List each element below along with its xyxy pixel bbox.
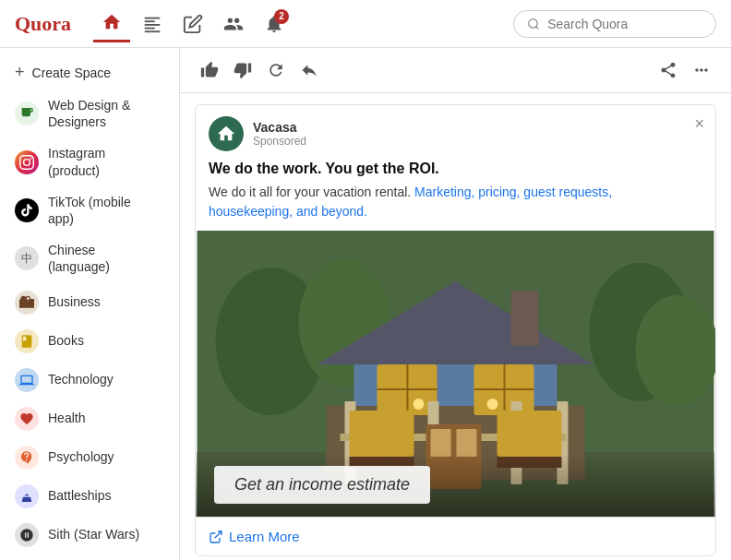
- top-nav: Quora 2: [0, 0, 731, 48]
- edit-icon: [183, 14, 203, 34]
- sith-icon: [15, 523, 39, 547]
- svg-rect-2: [145, 24, 161, 26]
- create-space-label: Create Space: [32, 66, 112, 80]
- nav-spaces-button[interactable]: [215, 6, 252, 42]
- toolbar-right-actions: [653, 55, 716, 85]
- reply-button[interactable]: [294, 55, 324, 85]
- content-area: Vacasa Sponsored × We do the work. You g…: [180, 48, 731, 560]
- thumbs-down-icon: [234, 61, 252, 79]
- sponsored-label: Sponsored: [253, 135, 306, 148]
- external-link-icon: [209, 530, 223, 544]
- ad-description: We do it all for your vacation rental. M…: [196, 183, 715, 231]
- chinese-label: Chinese(language): [48, 242, 110, 275]
- learn-more-label: Learn More: [229, 529, 300, 544]
- svg-rect-37: [511, 291, 539, 346]
- technology-label: Technology: [48, 371, 114, 387]
- nav-following-button[interactable]: [134, 6, 171, 42]
- plus-icon: +: [15, 63, 25, 82]
- main-layout: + Create Space Web Design &Designers Ins…: [0, 48, 731, 560]
- svg-rect-32: [497, 411, 562, 457]
- web-design-label: Web Design &Designers: [48, 97, 130, 130]
- thumbs-up-icon: [200, 61, 219, 79]
- ad-cta-text: Get an income estimate: [214, 466, 430, 504]
- business-label: Business: [48, 293, 101, 310]
- action-toolbar: [180, 48, 731, 93]
- sidebar-item-technology[interactable]: Technology: [0, 361, 179, 399]
- house-avatar-icon: [216, 124, 236, 144]
- books-label: Books: [48, 332, 84, 349]
- refresh-icon: [267, 61, 285, 79]
- svg-rect-31: [350, 411, 414, 457]
- sidebar-item-chinese[interactable]: 中 Chinese(language): [0, 234, 179, 282]
- notification-badge: 2: [274, 9, 289, 24]
- ad-headline: We do the work. You get the ROI.: [196, 159, 715, 183]
- health-icon: [15, 407, 39, 431]
- svg-point-35: [413, 399, 425, 410]
- more-button[interactable]: [687, 55, 716, 85]
- tiktok-icon: [15, 198, 39, 222]
- chinese-icon: 中: [15, 246, 39, 270]
- reply-icon: [300, 61, 318, 79]
- svg-point-11: [636, 295, 716, 406]
- svg-rect-1: [145, 20, 155, 22]
- nav-notifications-button[interactable]: 2: [256, 6, 293, 42]
- tiktok-label: TikTok (mobileapp): [48, 194, 131, 227]
- search-box: [513, 10, 716, 38]
- health-label: Health: [48, 410, 85, 426]
- thumbs-down-button[interactable]: [228, 55, 258, 85]
- nav-icons: 2: [93, 6, 293, 42]
- svg-point-36: [487, 399, 498, 410]
- refresh-button[interactable]: [261, 55, 291, 85]
- create-space-button[interactable]: + Create Space: [0, 55, 179, 89]
- ad-card: Vacasa Sponsored × We do the work. You g…: [195, 104, 716, 556]
- list-icon: [142, 14, 162, 34]
- psychology-label: Psychology: [48, 448, 114, 465]
- ad-image-overlay: Get an income estimate: [196, 453, 715, 517]
- sidebar-item-web-design[interactable]: Web Design &Designers: [0, 89, 179, 137]
- nav-home-button[interactable]: [93, 6, 130, 42]
- sidebar-item-business[interactable]: Business: [0, 283, 179, 322]
- home-icon: [102, 12, 122, 32]
- thumbs-up-button[interactable]: [195, 55, 224, 85]
- share-icon: [659, 61, 677, 79]
- battleships-label: Battleships: [48, 487, 111, 504]
- sith-label: Sith (Star Wars): [48, 526, 139, 542]
- share-button[interactable]: [653, 55, 683, 85]
- technology-icon: [15, 368, 39, 392]
- books-icon: [15, 329, 39, 353]
- quora-logo[interactable]: Quora: [15, 12, 71, 36]
- svg-rect-3: [145, 27, 155, 29]
- advertiser-avatar: [209, 116, 244, 151]
- spaces-icon: [223, 14, 244, 34]
- nav-write-button[interactable]: [174, 6, 211, 42]
- business-icon: [15, 291, 39, 315]
- sidebar-item-tiktok[interactable]: TikTok (mobileapp): [0, 186, 179, 234]
- sidebar-item-battleships[interactable]: Battleships: [0, 477, 179, 516]
- learn-more-button[interactable]: Learn More: [209, 529, 300, 544]
- ad-footer: Learn More: [196, 517, 715, 555]
- more-icon: [692, 61, 711, 79]
- ad-image: Get an income estimate: [196, 231, 715, 517]
- web-design-icon: [15, 101, 39, 125]
- svg-rect-4: [145, 30, 161, 32]
- sidebar-item-sith[interactable]: Sith (Star Wars): [0, 516, 179, 554]
- ad-close-button[interactable]: ×: [694, 114, 704, 134]
- sidebar-item-psychology[interactable]: Psychology: [0, 438, 179, 477]
- svg-rect-0: [145, 17, 161, 18]
- search-icon: [527, 17, 540, 31]
- advertiser-name: Vacasa: [253, 120, 306, 135]
- sidebar-item-books[interactable]: Books: [0, 322, 179, 361]
- instagram-label: Instagram(product): [48, 145, 105, 178]
- sidebar-item-instagram[interactable]: Instagram(product): [0, 137, 179, 185]
- ad-desc-link[interactable]: Marketing, pricing, guest requests,house…: [209, 185, 612, 219]
- ad-header: Vacasa Sponsored ×: [196, 105, 715, 159]
- svg-line-38: [215, 531, 222, 538]
- advertiser-info: Vacasa Sponsored: [253, 120, 306, 148]
- battleships-icon: [15, 484, 39, 508]
- sidebar: + Create Space Web Design &Designers Ins…: [0, 48, 180, 560]
- svg-line-6: [536, 26, 539, 29]
- svg-point-5: [529, 18, 537, 27]
- search-input[interactable]: [547, 17, 702, 31]
- instagram-icon: [15, 150, 39, 174]
- sidebar-item-health[interactable]: Health: [0, 399, 179, 438]
